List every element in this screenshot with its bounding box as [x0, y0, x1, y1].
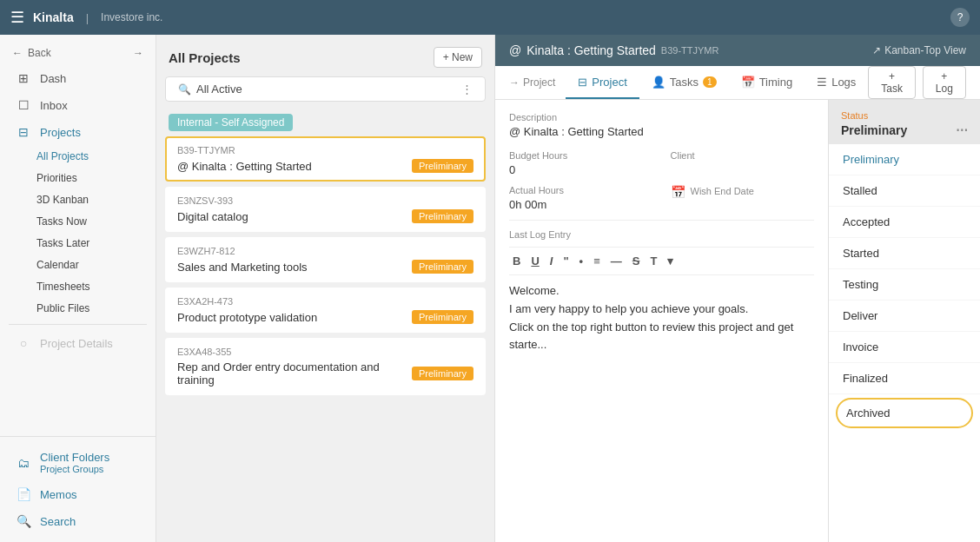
italic-button[interactable]: I — [546, 253, 557, 269]
help-button[interactable]: ? — [950, 8, 970, 27]
sidebar-item-priorities[interactable]: Priorities — [28, 168, 152, 188]
tasks-now-label: Tasks Now — [36, 215, 87, 228]
status-option-accepted[interactable]: Accepted — [829, 207, 980, 238]
sidebar-item-projects[interactable]: ⊟ Projects — [3, 119, 152, 145]
status-option-archived[interactable]: Archived — [836, 398, 973, 428]
at-symbol: @ — [509, 43, 521, 57]
sidebar-item-public-files[interactable]: Public Files — [28, 298, 152, 319]
tab-tasks[interactable]: 👤 Tasks 1 — [639, 67, 729, 99]
project-tab-label: Project — [592, 76, 626, 89]
projects-panel-title: All Projects — [169, 50, 241, 65]
project-item-3[interactable]: E3XA2H-473 Product prototype validation … — [165, 288, 486, 333]
editor-content[interactable]: Welcome. I am very happy to help you ach… — [509, 282, 814, 354]
calendar-label: Calendar — [36, 259, 79, 271]
status-current-value: Preliminary — [841, 123, 907, 137]
sidebar-item-inbox[interactable]: ☐ Inbox — [3, 92, 152, 118]
menu-icon[interactable]: ☰ — [10, 8, 24, 27]
kanban-link-label: Kanban-Top View — [884, 44, 966, 56]
projects-icon: ⊟ — [16, 125, 31, 139]
filter-options-icon[interactable]: ⋮ — [461, 83, 473, 96]
status-options-icon[interactable]: ⋯ — [956, 123, 968, 137]
status-option-stalled[interactable]: Stalled — [829, 175, 980, 207]
company-name: Investore inc. — [101, 11, 162, 23]
ordered-list-button[interactable]: ≡ — [590, 253, 604, 269]
external-link-icon: ↗ — [872, 44, 881, 56]
tab-timing[interactable]: 📅 Timing — [729, 67, 805, 99]
right-panel: @ Kinalta : Getting Started B39-TTJYMR ↗… — [495, 35, 980, 542]
project-id-4: E3XA48-355 — [177, 347, 473, 357]
editor-toolbar: B U I " • ≡ — S T ▾ — [509, 247, 814, 275]
tabs-bar: → Project ⊟ Project 👤 Tasks 1 📅 Timing ☰… — [495, 66, 980, 100]
project-groups-label: Project Groups — [40, 464, 109, 474]
project-name-2: Sales and Marketing tools — [177, 261, 308, 274]
text-format-button[interactable]: T — [646, 253, 660, 269]
project-id-3: E3XA2H-473 — [177, 296, 473, 307]
arrow-icon: → — [509, 76, 520, 89]
sidebar-item-search[interactable]: 🔍 Search — [3, 508, 152, 534]
project-item-2[interactable]: E3WZH7-812 Sales and Marketing tools Pre… — [165, 237, 486, 282]
bullet-list-button[interactable]: • — [576, 253, 587, 269]
sidebar-dash-label: Dash — [40, 72, 66, 85]
3d-kanban-label: 3D Kanban — [36, 194, 89, 206]
status-option-finalized[interactable]: Finalized — [829, 363, 980, 394]
sidebar-projects-label: Projects — [40, 126, 81, 139]
breadcrumb[interactable]: → Project — [509, 76, 555, 89]
tab-project[interactable]: ⊟ Project — [566, 67, 639, 99]
quote-button[interactable]: " — [560, 253, 572, 269]
projects-filter-bar[interactable]: 🔍 All Active ⋮ — [165, 76, 486, 102]
status-label: Status — [841, 110, 968, 121]
strikethrough-button[interactable]: S — [629, 253, 644, 269]
projects-submenu: All Projects Priorities 3D Kanban Tasks … — [0, 146, 156, 319]
actual-hours-value: 0h 00m — [509, 198, 653, 211]
sidebar-item-memos[interactable]: 📄 Memos — [3, 481, 152, 507]
sidebar-item-timesheets[interactable]: Timesheets — [28, 276, 152, 297]
sidebar-item-tasks-later[interactable]: Tasks Later — [28, 233, 152, 254]
status-option-started[interactable]: Started — [829, 238, 980, 269]
description-label: Description — [509, 112, 814, 122]
sidebar-item-client-folders[interactable]: 🗂 Client Folders Project Groups — [3, 445, 152, 480]
sidebar-item-3d-kanban[interactable]: 3D Kanban — [28, 189, 152, 210]
sidebar-item-tasks-now[interactable]: Tasks Now — [28, 211, 152, 232]
project-item-4[interactable]: E3XA48-355 Rep and Order entry documenta… — [165, 338, 486, 395]
memos-label: Memos — [40, 488, 77, 501]
project-id-2: E3WZH7-812 — [177, 246, 473, 256]
inbox-icon: ☐ — [16, 98, 31, 112]
back-button[interactable]: ← Back → — [0, 42, 156, 64]
new-project-button[interactable]: + New — [434, 47, 482, 68]
group-tag: Internal - Self Assigned — [169, 114, 293, 131]
right-panel-header: @ Kinalta : Getting Started B39-TTJYMR ↗… — [495, 35, 980, 66]
project-item-1[interactable]: E3NZSV-393 Digital catalog Preliminary — [165, 187, 486, 232]
tasks-tab-icon: 👤 — [652, 76, 665, 89]
sidebar-item-dash[interactable]: ⊞ Dash — [3, 65, 152, 91]
status-option-invoice[interactable]: Invoice — [829, 332, 980, 363]
timing-tab-label: Timing — [759, 76, 793, 89]
add-task-button[interactable]: + Task — [868, 66, 915, 99]
content-area: Description @ Kinalta : Getting Started … — [495, 100, 980, 542]
task-id-badge: B39-TTJYMR — [661, 45, 719, 56]
status-option-testing[interactable]: Testing — [829, 269, 980, 301]
status-option-preliminary[interactable]: Preliminary — [829, 144, 980, 175]
hr-button[interactable]: — — [607, 253, 626, 269]
sidebar-item-calendar[interactable]: Calendar — [28, 254, 152, 275]
search-label: Search — [40, 515, 76, 528]
topbar: ☰ Kinalta | Investore inc. ? — [0, 0, 980, 35]
sidebar-item-all-projects[interactable]: All Projects — [28, 146, 152, 167]
filter-label: All Active — [196, 83, 456, 96]
status-option-deliver[interactable]: Deliver — [829, 301, 980, 332]
kanban-top-view-link[interactable]: ↗ Kanban-Top View — [872, 44, 966, 56]
sidebar-item-project-details: ○ Project Details — [3, 330, 152, 356]
projects-header: All Projects + New — [156, 35, 494, 76]
project-item-0[interactable]: B39-TTJYMR @ Kinalta : Getting Started P… — [165, 136, 486, 182]
budget-hours-label: Budget Hours — [509, 150, 653, 161]
search-icon: 🔍 — [16, 514, 31, 528]
add-log-button[interactable]: + Log — [923, 66, 966, 99]
content-divider — [509, 220, 814, 221]
calendar-icon: 📅 — [671, 185, 685, 199]
circle-icon: ○ — [16, 336, 31, 350]
right-panel-title: @ Kinalta : Getting Started B39-TTJYMR — [509, 43, 718, 57]
underline-button[interactable]: U — [527, 253, 542, 269]
more-formats-button[interactable]: ▾ — [664, 253, 677, 269]
project-tab-icon: ⊟ — [578, 76, 587, 89]
bold-button[interactable]: B — [509, 253, 524, 269]
tab-logs[interactable]: ☰ Logs — [805, 67, 868, 99]
